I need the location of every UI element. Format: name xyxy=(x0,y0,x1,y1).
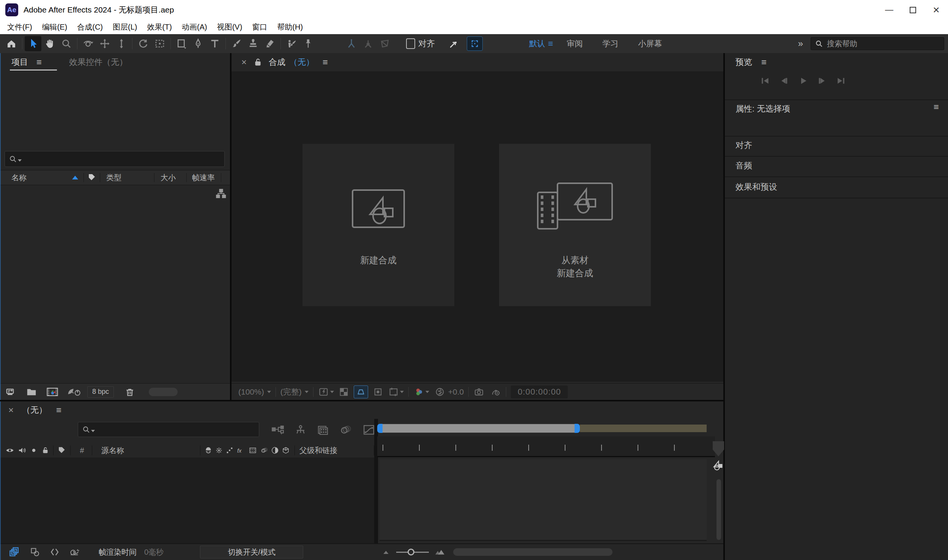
sort-ascending-icon[interactable] xyxy=(72,176,78,179)
exposure-reset-button[interactable] xyxy=(435,387,445,397)
play-button[interactable] xyxy=(796,75,810,87)
render-time-button[interactable] xyxy=(68,547,80,557)
zoom-slider-knob[interactable] xyxy=(408,549,414,555)
transparency-grid-button[interactable] xyxy=(339,387,349,397)
time-ruler[interactable] xyxy=(377,436,715,457)
mask-visibility-button[interactable] xyxy=(354,385,368,398)
interpret-footage-button[interactable] xyxy=(5,386,17,398)
column-label[interactable] xyxy=(84,170,100,185)
adjustment-layer-icon[interactable] xyxy=(271,446,279,455)
project-depth-button[interactable]: 8 bpc xyxy=(87,386,114,398)
workspace-tab-learn[interactable]: 学习 xyxy=(602,38,618,49)
resolution-select[interactable]: (完整) xyxy=(280,387,309,397)
rotate-tool-button[interactable] xyxy=(135,36,151,51)
world-axis-mode-button[interactable] xyxy=(360,36,376,51)
magnification-select[interactable]: (100%) xyxy=(238,387,271,396)
work-area-bar[interactable] xyxy=(580,425,707,432)
menu-view[interactable]: 视图(V) xyxy=(212,22,247,32)
collapse-transformations-icon[interactable] xyxy=(215,446,223,455)
timeline-zoom-slider[interactable] xyxy=(396,552,429,553)
new-comp-from-footage-card[interactable]: 从素材 新建合成 xyxy=(499,144,651,306)
layer-list-area[interactable] xyxy=(0,458,374,543)
frame-blend-icon[interactable] xyxy=(248,446,257,455)
project-search-input[interactable] xyxy=(24,155,220,164)
source-name-column[interactable]: 源名称 xyxy=(94,445,189,456)
mask-edge-arrow-button[interactable] xyxy=(445,36,461,51)
lock-column-icon[interactable] xyxy=(41,446,49,455)
pen-tool-button[interactable] xyxy=(190,36,206,51)
label-column-icon[interactable] xyxy=(57,446,66,455)
menu-effect[interactable]: 效果(T) xyxy=(142,22,177,32)
column-size[interactable]: 大小 xyxy=(154,170,186,185)
render-engine-button[interactable] xyxy=(67,386,82,398)
help-search-box[interactable] xyxy=(811,37,944,50)
3d-layer-icon[interactable] xyxy=(282,446,290,455)
local-axis-mode-button[interactable] xyxy=(343,36,360,51)
shy-icon[interactable] xyxy=(204,446,213,455)
brush-tool-button[interactable] xyxy=(228,36,245,51)
comp-tab-none[interactable]: （无） xyxy=(289,57,314,68)
workspace-menu-icon[interactable]: ≡ xyxy=(548,39,553,49)
menu-help[interactable]: 帮助(H) xyxy=(272,22,308,32)
search-dropdown-icon[interactable] xyxy=(18,159,22,162)
project-panel-menu-icon[interactable]: ≡ xyxy=(36,57,42,68)
section-audio[interactable]: 音频 xyxy=(735,160,752,171)
eraser-tool-button[interactable] xyxy=(261,36,278,51)
orbit-camera-tool-button[interactable] xyxy=(80,36,96,51)
tab-preview[interactable]: 预览 xyxy=(735,57,752,68)
lock-icon[interactable] xyxy=(253,57,263,67)
zoom-out-mountain-icon[interactable] xyxy=(382,548,390,556)
video-column-icon[interactable] xyxy=(5,446,14,455)
timeline-track-area[interactable] xyxy=(380,459,707,541)
frame-blending-button[interactable] xyxy=(317,424,329,436)
next-frame-button[interactable] xyxy=(815,75,829,87)
last-frame-button[interactable] xyxy=(834,75,848,87)
fast-preview-button[interactable] xyxy=(318,387,334,397)
workspace-tab-default[interactable]: 默认 xyxy=(529,38,545,49)
selection-tool-button[interactable] xyxy=(25,36,41,51)
comp-mini-flowchart-button[interactable] xyxy=(271,424,285,436)
comp-button[interactable] xyxy=(710,458,725,473)
column-type[interactable]: 类型 xyxy=(100,170,154,185)
work-area-start-handle[interactable] xyxy=(377,424,383,433)
comp-panel-menu-icon[interactable]: ≡ xyxy=(323,57,328,68)
tab-project[interactable]: 项目 xyxy=(11,57,28,68)
close-button[interactable]: × xyxy=(924,0,948,20)
properties-panel-menu-icon[interactable]: ≡ xyxy=(934,102,939,112)
clone-stamp-tool-button[interactable] xyxy=(245,36,261,51)
column-fps[interactable]: 帧速率 xyxy=(187,170,221,185)
menu-edit[interactable]: 编辑(E) xyxy=(37,22,72,32)
new-folder-button[interactable] xyxy=(26,386,37,398)
timeline-tab-close-icon[interactable]: × xyxy=(8,405,14,415)
motion-blur-column-icon[interactable] xyxy=(260,446,269,455)
new-composition-card[interactable]: 新建合成 xyxy=(302,144,454,306)
timeline-vertical-scrollbar[interactable] xyxy=(717,479,721,540)
search-dropdown-icon[interactable] xyxy=(91,430,95,432)
workspace-tab-review[interactable]: 审阅 xyxy=(567,38,583,49)
timeline-tab-title[interactable]: （无） xyxy=(22,404,47,416)
time-navigator-bar[interactable] xyxy=(383,424,575,433)
toggle-switches-modes-button[interactable]: 切换开关/模式 xyxy=(200,546,303,558)
motion-blur-button[interactable] xyxy=(339,424,352,436)
menu-file[interactable]: 文件(F) xyxy=(2,22,37,32)
comp-tab-close-icon[interactable]: × xyxy=(241,57,247,68)
comp-timecode[interactable]: 0:00:00:00 xyxy=(511,385,568,398)
work-area-end-handle[interactable] xyxy=(575,424,580,433)
transfer-controls-button[interactable] xyxy=(30,547,40,557)
view-axis-mode-button[interactable] xyxy=(376,36,393,51)
project-scrollbar[interactable] xyxy=(149,388,178,396)
section-effects-presets[interactable]: 效果和预设 xyxy=(735,181,777,193)
timeline-search-box[interactable] xyxy=(78,422,259,437)
first-frame-button[interactable] xyxy=(758,75,772,87)
index-column[interactable]: # xyxy=(74,446,90,455)
camera-tool-button[interactable] xyxy=(151,36,168,51)
zoom-tool-button[interactable] xyxy=(58,36,75,51)
preview-panel-menu-icon[interactable]: ≡ xyxy=(761,57,767,68)
roto-brush-tool-button[interactable] xyxy=(283,36,300,51)
previous-frame-button[interactable] xyxy=(777,75,791,87)
workspace-overflow-button[interactable]: » xyxy=(798,38,802,49)
snap-checkbox[interactable] xyxy=(406,38,415,49)
maximize-button[interactable] xyxy=(901,0,924,20)
snap-options-button[interactable] xyxy=(467,36,483,51)
hand-tool-button[interactable] xyxy=(41,36,58,51)
